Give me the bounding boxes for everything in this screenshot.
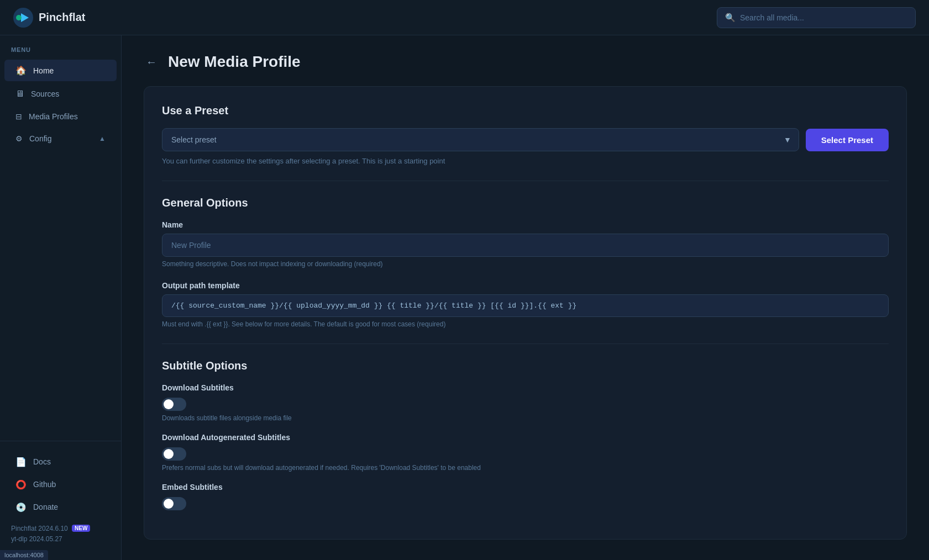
embed-subtitles-toggle-wrapper [162,497,889,510]
divider-1 [162,181,889,181]
sidebar-item-media-profiles[interactable]: ⊟ Media Profiles [4,107,117,126]
toggle-knob-1 [164,399,174,409]
sidebar-item-label-donate: Donate [33,503,58,511]
select-preset-button[interactable]: Select Preset [806,129,889,151]
download-subtitles-row: Download Subtitles Downloads subtitle fi… [162,383,889,422]
output-path-label: Output path template [162,281,889,290]
docs-icon: 📄 [15,457,27,467]
embed-subtitles-label: Embed Subtitles [162,483,889,492]
sources-icon: 🖥 [15,89,24,99]
media-profiles-icon: ⊟ [15,112,22,121]
pinchflat-version: Pinchflat 2024.6.10 [11,525,68,532]
name-input[interactable] [162,234,889,257]
sidebar-item-sources[interactable]: 🖥 Sources [4,83,117,104]
name-field-group: Name Something descriptive. Does not imp… [162,220,889,268]
github-icon: ⭕ [15,479,27,490]
divider-2 [162,344,889,344]
sidebar-item-github[interactable]: ⭕ Github [4,474,117,495]
logo-icon [13,8,33,28]
main-layout: MENU 🏠 Home 🖥 Sources ⊟ Media Profiles ⚙… [0,35,929,560]
chevron-up-icon: ▲ [99,135,106,142]
name-field-hint: Something descriptive. Does not impact i… [162,260,889,268]
search-input[interactable] [740,13,907,22]
sidebar: MENU 🏠 Home 🖥 Sources ⊟ Media Profiles ⚙… [0,35,122,560]
output-path-field-group: Output path template Must end with .{{ e… [162,281,889,328]
config-inner: ⚙ Config [15,134,51,143]
general-section: General Options Name Something descripti… [162,197,889,328]
general-section-title: General Options [162,197,889,209]
output-path-input[interactable] [162,294,889,317]
sidebar-item-docs[interactable]: 📄 Docs [4,451,117,473]
preset-select-wrapper: Select preset ▼ [162,128,799,151]
page-header: ← New Media Profile [144,53,907,71]
subtitle-section-title: Subtitle Options [162,360,889,372]
logo: Pinchflat [13,8,85,28]
preset-section-title: Use a Preset [162,104,889,117]
home-icon: 🏠 [15,65,27,76]
localhost-badge: localhost:4008 [0,550,48,560]
preset-select[interactable]: Select preset [162,128,799,151]
config-icon: ⚙ [15,134,23,143]
sidebar-item-label-media-profiles: Media Profiles [29,112,78,121]
sidebar-item-label-docs: Docs [33,457,51,466]
toggle-knob-2 [164,449,174,459]
page-title: New Media Profile [168,53,301,71]
app-name: Pinchflat [39,11,85,24]
search-icon: 🔍 [725,13,736,23]
subtitle-section: Subtitle Options Download Subtitles Down… [162,360,889,510]
toggle-knob-3 [164,499,174,509]
preset-section: Use a Preset Select preset ▼ Select Pres… [162,104,889,165]
download-autogenerated-toggle[interactable] [162,447,186,461]
embed-subtitles-row: Embed Subtitles [162,483,889,510]
download-subtitles-hint: Downloads subtitle files alongside media… [162,414,889,422]
svg-point-2 [16,15,22,20]
download-autogenerated-toggle-wrapper [162,447,889,461]
search-bar[interactable]: 🔍 [717,7,916,28]
back-button[interactable]: ← [144,54,159,71]
sidebar-item-label-home: Home [33,66,54,75]
preset-row: Select preset ▼ Select Preset [162,128,889,151]
download-autogenerated-label: Download Autogenerated Subtitles [162,433,889,442]
name-field-label: Name [162,220,889,229]
download-subtitles-toggle-wrapper [162,398,889,411]
donate-icon: 💿 [15,502,27,513]
sidebar-item-label-config: Config [29,134,51,143]
sidebar-item-label-sources: Sources [31,89,59,98]
new-badge: NEW [72,525,90,532]
download-subtitles-label: Download Subtitles [162,383,889,392]
content-area: ← New Media Profile Use a Preset Select … [122,35,929,560]
sidebar-item-donate[interactable]: 💿 Donate [4,496,117,518]
sidebar-item-home[interactable]: 🏠 Home [4,60,117,81]
embed-subtitles-toggle[interactable] [162,497,186,510]
topbar: Pinchflat 🔍 [0,0,929,35]
form-card: Use a Preset Select preset ▼ Select Pres… [144,86,907,540]
ytdlp-version: yt-dlp 2024.05.27 [11,535,62,543]
download-autogenerated-hint: Prefers normal subs but will download au… [162,464,889,472]
sidebar-bottom: 📄 Docs ⭕ Github 💿 Donate Pinchflat 2024.… [0,441,121,549]
version-info: Pinchflat 2024.6.10 NEW yt-dlp 2024.05.2… [0,519,121,549]
sidebar-item-label-github: Github [33,480,56,489]
sidebar-item-config[interactable]: ⚙ Config ▲ [4,129,117,149]
output-path-hint: Must end with .{{ ext }}. See below for … [162,320,889,328]
preset-hint: You can further customize the settings a… [162,157,889,165]
menu-label: MENU [0,46,121,59]
download-subtitles-toggle[interactable] [162,398,186,411]
download-autogenerated-row: Download Autogenerated Subtitles Prefers… [162,433,889,472]
